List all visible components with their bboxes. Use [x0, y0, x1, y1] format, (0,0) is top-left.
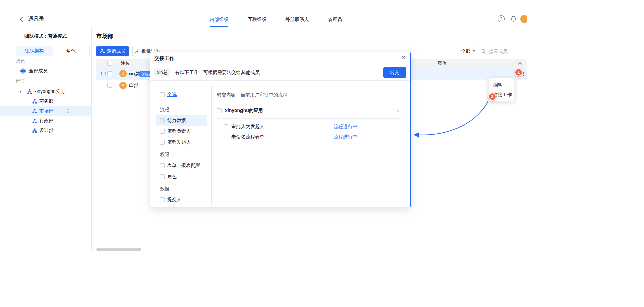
back-button[interactable]: 通讯录: [21, 15, 44, 23]
handover-description: 有以下工作，可根据需要转交给其他成员: [175, 64, 260, 81]
team-mode-title: 团队模式：普通模式: [0, 33, 91, 39]
collapse-chevron-icon[interactable]: [395, 109, 399, 114]
scope-checkbox[interactable]: [160, 140, 165, 145]
select-all-label[interactable]: 全选: [167, 91, 177, 98]
scope-item-process-initiator[interactable]: 流程发起人: [156, 137, 207, 148]
department-more-icon[interactable]: ⋮: [66, 108, 71, 114]
tree-node-dept-market[interactable]: 市场部 ⋮: [0, 106, 91, 116]
sidebar-item-all-members[interactable]: 全部成员: [0, 66, 91, 76]
member-avatar: 单: [119, 82, 127, 89]
help-icon[interactable]: ?: [498, 15, 505, 22]
tutorial-step-2-badge: 2: [488, 93, 496, 101]
scope-item-label: 提交人: [167, 197, 181, 203]
user-avatar[interactable]: [520, 15, 527, 23]
app-group-row[interactable]: xinyonghu的应用: [212, 103, 407, 118]
member-name: 单部: [129, 80, 138, 91]
tree-expand-caret-icon[interactable]: [19, 91, 22, 93]
tab-label: 互联组织: [248, 17, 266, 23]
tab-roles[interactable]: 角色: [53, 46, 90, 56]
handover-content-panel: 转交内容：当前用户审批中的流程 xinyonghu的应用 审批人为发起人 流程进…: [211, 86, 407, 205]
download-icon: [135, 49, 140, 54]
row-checkbox[interactable]: [107, 71, 112, 76]
process-checkbox[interactable]: [224, 135, 228, 139]
top-tabs: 内部组织 互联组织 外部联系人 管理员: [210, 13, 342, 26]
scope-item-submitter[interactable]: 提交人: [156, 194, 207, 205]
scope-item-todo-data[interactable]: 待办数据: [156, 115, 207, 126]
tutorial-step-1-badge: 1: [515, 68, 523, 76]
select-all-checkbox[interactable]: [160, 92, 165, 97]
process-status: 流程进行中: [334, 134, 357, 140]
search-icon: [481, 49, 486, 54]
notification-bell-icon[interactable]: [510, 15, 517, 24]
modal-title: 交接工作: [154, 52, 174, 64]
column-header-position: 职位: [438, 59, 447, 68]
scope-item-label: 流程发起人: [167, 139, 191, 145]
user-plus-icon: [100, 49, 105, 54]
all-members-label: 全部成员: [29, 68, 48, 74]
tree-node-dept-design[interactable]: 设计部: [0, 126, 91, 136]
row-checkbox[interactable]: [107, 83, 112, 88]
scope-item-form-report-config[interactable]: 表单、报表配置: [156, 160, 207, 171]
page-title: 市场部: [96, 32, 113, 40]
scope-item-role[interactable]: 角色: [156, 171, 207, 182]
divider: [217, 118, 401, 119]
menu-item-edit[interactable]: 编辑: [489, 80, 514, 89]
tab-internal-org[interactable]: 内部组织: [210, 13, 228, 26]
scope-checkbox[interactable]: [160, 118, 165, 123]
modal-subheader: xin总 有以下工作，可根据需要转交给其他成员 转交: [150, 64, 410, 81]
members-section-label: 成员: [16, 58, 25, 64]
tab-admin[interactable]: 管理员: [328, 13, 342, 26]
sidebar: 团队模式：普通模式 组织架构 角色 成员 全部成员 部门: [0, 27, 92, 251]
handover-subject-tag: xin总: [154, 69, 170, 76]
process-item-approver-initiator[interactable]: 审批人为发起人 流程进行中: [212, 121, 407, 132]
org-chart-icon: [32, 99, 37, 104]
scope-checkbox[interactable]: [160, 174, 165, 179]
modal-header: 交接工作 ×: [150, 52, 410, 64]
scope-checkbox[interactable]: [160, 163, 165, 168]
scope-item-label: 流程负责人: [167, 128, 191, 134]
transfer-button[interactable]: 转交: [383, 67, 406, 78]
drag-handle-icon[interactable]: ⋮⋮: [99, 71, 107, 76]
tree-node-company[interactable]: xinyonghu公司: [0, 86, 91, 97]
scope-item-label: 待办数据: [167, 118, 186, 124]
process-checkbox[interactable]: [224, 124, 228, 129]
group-checkbox[interactable]: [217, 108, 222, 113]
scope-item-label: 角色: [167, 174, 177, 180]
scope-checkbox[interactable]: [160, 197, 165, 202]
org-chart-icon: [32, 119, 37, 123]
process-name: 审批人为发起人: [231, 124, 264, 130]
process-status: 流程进行中: [334, 124, 357, 130]
tutorial-arrow: [409, 95, 493, 138]
select-all-row[interactable]: 全选: [156, 86, 207, 103]
top-navigation-bar: 通讯录 内部组织 互联组织 外部联系人 管理员 ?: [0, 0, 527, 27]
tab-connected-org[interactable]: 互联组织: [248, 13, 266, 26]
scope-group-label-permission: 权限: [156, 148, 207, 160]
tab-org-structure[interactable]: 组织架构: [16, 46, 53, 56]
close-icon[interactable]: ×: [401, 53, 406, 61]
select-all-rows-checkbox[interactable]: [107, 61, 112, 66]
process-name: 未命名流程表单: [231, 134, 264, 140]
search-member-box[interactable]: [478, 46, 527, 56]
app-window: 通讯录 内部组织 互联组织 外部联系人 管理员 ?: [0, 0, 527, 251]
search-input[interactable]: [488, 48, 523, 54]
tree-node-dept-admin[interactable]: 行政部: [0, 116, 91, 126]
scope-item-process-owner[interactable]: 流程负责人: [156, 126, 207, 137]
tab-external-contacts[interactable]: 外部联系人: [285, 13, 309, 26]
department-label: 商务部: [39, 98, 53, 104]
handover-work-modal: 交接工作 × xin总 有以下工作，可根据需要转交给其他成员 转交 全选 流程 …: [150, 52, 411, 207]
column-settings-gear-icon[interactable]: [517, 61, 523, 67]
tab-label: 外部联系人: [285, 17, 309, 23]
org-chart-icon: [27, 89, 32, 94]
active-tab-underline: [210, 26, 228, 27]
screen: 通讯录 内部组织 互联组织 外部联系人 管理员 ?: [0, 0, 644, 307]
tree-node-dept-business[interactable]: 商务部: [0, 96, 91, 106]
member-avatar: X: [119, 70, 127, 77]
back-label: 通讯录: [28, 16, 44, 23]
process-item-unnamed-form[interactable]: 未命名流程表单 流程进行中: [212, 132, 407, 142]
member-filter-dropdown[interactable]: 全部: [461, 46, 475, 56]
scope-checkbox[interactable]: [160, 129, 165, 134]
horizontal-scrollbar-thumb[interactable]: [96, 248, 141, 251]
company-label: xinyonghu公司: [34, 88, 65, 95]
help-glyph: ?: [500, 16, 502, 21]
invite-member-button[interactable]: 邀请成员: [96, 46, 129, 56]
